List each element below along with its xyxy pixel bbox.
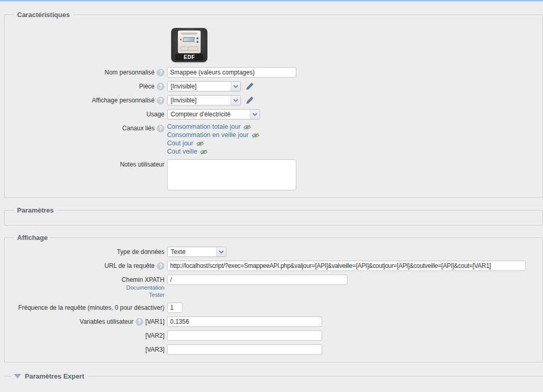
- channel-item: Consommation en veille jour: [167, 131, 260, 139]
- data-type-label: Type de données: [117, 248, 164, 256]
- section-caracteristiques: Caractéristiques EDF Nom personnalisé ? …: [4, 11, 543, 198]
- eye-visibility-icon[interactable]: [200, 149, 208, 155]
- edit-pencil-icon[interactable]: [245, 96, 254, 105]
- request-url-input[interactable]: [167, 261, 526, 271]
- frequency-input[interactable]: [167, 303, 183, 313]
- var3-label: [VAR3]: [145, 345, 164, 354]
- channels-label: Canaux liés: [122, 124, 155, 132]
- data-type-select[interactable]: Texte: [167, 247, 227, 257]
- user-notes-textarea[interactable]: [167, 159, 296, 190]
- channel-link[interactable]: Consommation en veille jour: [167, 131, 249, 139]
- divider: [88, 376, 543, 376]
- eye-visibility-icon[interactable]: [243, 124, 251, 130]
- name-label: Nom personnalisé: [104, 68, 155, 77]
- device-image-caption: EDF: [175, 54, 203, 61]
- xpath-input[interactable]: [167, 275, 348, 285]
- section-title-affichage: Affichage: [14, 234, 51, 242]
- channel-item: Consommation totale jour: [167, 123, 260, 131]
- usage-select-value: Compteur d'électricité: [168, 111, 250, 118]
- expert-params-title: Paramètres Expert: [24, 372, 85, 380]
- channel-link[interactable]: Cout veille: [167, 148, 197, 156]
- linked-channels-list: Consommation totale jour Consommation en…: [167, 123, 260, 156]
- data-type-select-value: Texte: [168, 248, 216, 255]
- edit-pencil-icon[interactable]: [245, 82, 254, 91]
- help-icon[interactable]: ?: [157, 262, 164, 270]
- room-select[interactable]: [Invisible]: [167, 81, 241, 92]
- section-parametres: Paramètres: [4, 206, 543, 225]
- device-image-edf-meter: EDF: [171, 28, 207, 62]
- help-icon[interactable]: ?: [135, 318, 143, 326]
- help-icon[interactable]: ?: [157, 125, 164, 132]
- chevron-down-icon: [231, 82, 240, 91]
- var3-input[interactable]: [167, 344, 322, 355]
- user-variables-label: Variables utilisateur: [80, 318, 133, 326]
- notes-label: Notes utilisateur: [120, 160, 164, 169]
- usage-label: Usage: [146, 110, 164, 118]
- var2-label: [VAR2]: [145, 331, 164, 340]
- section-title-caracteristiques: Caractéristiques: [14, 11, 73, 19]
- documentation-link[interactable]: Documentation: [126, 284, 164, 291]
- divider: [4, 376, 11, 376]
- top-accent-bar: [0, 0, 543, 2]
- chevron-down-icon: [216, 247, 226, 257]
- section-title-parametres: Paramètres: [14, 206, 57, 214]
- request-url-label: URL de la requête: [104, 262, 155, 270]
- room-select-value: [Invisible]: [168, 83, 231, 90]
- channel-item: Cout jour: [167, 140, 260, 147]
- tester-link[interactable]: Tester: [149, 292, 164, 298]
- display-label: Affichage personnalisé: [92, 96, 155, 104]
- help-icon[interactable]: ?: [157, 83, 164, 91]
- custom-name-input[interactable]: [167, 67, 296, 78]
- frequency-label: Fréquence de la requête (minutes, 0 pour…: [18, 304, 164, 312]
- usage-select[interactable]: Compteur d'électricité: [167, 109, 260, 119]
- room-label: Pièce: [139, 82, 155, 91]
- channel-item: Cout veille: [167, 148, 260, 156]
- var1-label: [VAR1]: [145, 318, 164, 326]
- eye-visibility-icon[interactable]: [251, 132, 260, 139]
- help-icon[interactable]: ?: [157, 97, 164, 104]
- section-affichage: Affichage Type de données Texte URL de l…: [4, 234, 543, 363]
- chevron-down-icon: [250, 110, 260, 119]
- xpath-label: Chemin XPATH: [122, 276, 164, 284]
- custom-display-select-value: [Invisible]: [168, 97, 231, 104]
- channel-link[interactable]: Consommation totale jour: [167, 123, 240, 131]
- collapse-triangle-icon[interactable]: [14, 374, 21, 379]
- expert-params-header[interactable]: Paramètres Expert: [4, 372, 543, 380]
- var1-input[interactable]: [167, 316, 322, 327]
- help-icon[interactable]: ?: [157, 69, 164, 77]
- custom-display-select[interactable]: [Invisible]: [167, 95, 241, 105]
- channel-link[interactable]: Cout jour: [167, 140, 193, 147]
- eye-visibility-icon[interactable]: [196, 141, 204, 147]
- var2-input[interactable]: [167, 330, 322, 341]
- electricity-meter-illustration: [178, 31, 201, 53]
- chevron-down-icon: [231, 96, 240, 105]
